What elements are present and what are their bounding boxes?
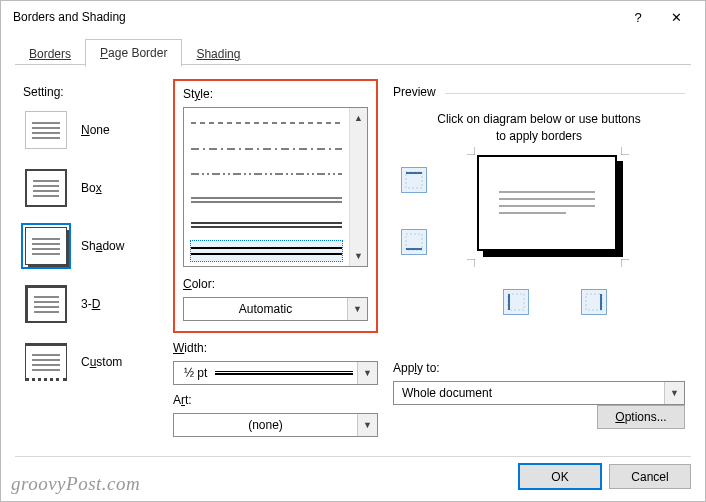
- corner-handle-icon: [621, 147, 629, 155]
- setting-none[interactable]: None: [23, 109, 163, 151]
- svg-rect-11: [406, 234, 422, 250]
- apply-to-value: Whole document: [394, 386, 664, 400]
- corner-handle-icon: [621, 259, 629, 267]
- border-right-button[interactable]: [581, 289, 607, 315]
- preview-diagram: [393, 151, 685, 321]
- color-label: Color:: [183, 277, 368, 291]
- style-option-double-thin[interactable]: [190, 189, 343, 211]
- setting-box-label: Box: [81, 181, 102, 195]
- setting-custom-label: Custom: [81, 355, 122, 369]
- art-value: (none): [174, 418, 357, 432]
- setting-3d[interactable]: 3-D: [23, 283, 163, 325]
- preview-heading: Preview: [393, 85, 685, 99]
- scroll-up-icon[interactable]: ▲: [350, 108, 367, 128]
- border-top-icon: [405, 171, 423, 189]
- border-bottom-icon: [405, 233, 423, 251]
- tab-label: Page Border: [100, 46, 167, 60]
- apply-to-label: Apply to:: [393, 361, 685, 375]
- style-option-double-thick[interactable]: [190, 240, 343, 262]
- border-left-icon: [507, 293, 525, 311]
- tab-page-border[interactable]: Page Border: [85, 39, 182, 67]
- width-label: Width:: [173, 341, 378, 355]
- tab-strip: Borders Page Border Shading: [15, 39, 691, 67]
- color-value: Automatic: [184, 302, 347, 316]
- preview-page[interactable]: [477, 155, 617, 251]
- setting-shadow[interactable]: Shadow: [23, 225, 163, 267]
- setting-custom[interactable]: Custom: [23, 341, 163, 383]
- window-title: Borders and Shading: [13, 10, 619, 24]
- width-value: ½ pt: [184, 366, 207, 380]
- ok-button[interactable]: OK: [519, 464, 601, 489]
- help-button[interactable]: ?: [619, 2, 657, 32]
- corner-handle-icon: [467, 147, 475, 155]
- svg-rect-15: [586, 294, 602, 310]
- style-scrollbar[interactable]: ▲ ▼: [349, 108, 367, 266]
- preview-hint: Click on diagram below or use buttons to…: [393, 111, 685, 145]
- watermark-text: groovyPost.com: [11, 473, 140, 495]
- style-items: [184, 108, 349, 266]
- style-column: Style: ▲ ▼ Col: [173, 79, 378, 437]
- dropdown-icon[interactable]: ▼: [357, 414, 377, 436]
- setting-none-label: None: [81, 123, 110, 137]
- setting-box-thumb: [25, 169, 67, 207]
- style-option-double-med[interactable]: [190, 214, 343, 236]
- setting-none-thumb: [25, 111, 67, 149]
- width-value-wrap: ½ pt: [174, 366, 357, 380]
- setting-custom-thumb: [25, 343, 67, 381]
- border-top-button[interactable]: [401, 167, 427, 193]
- setting-3d-label: 3-D: [81, 297, 100, 311]
- apply-to-combo[interactable]: Whole document ▼: [393, 381, 685, 405]
- options-label: Options...: [615, 410, 666, 424]
- dialog-borders-shading: Borders and Shading ? ✕ Borders Page Bor…: [0, 0, 706, 502]
- preview-divider: [445, 93, 685, 94]
- style-option-dashdotdot[interactable]: [190, 163, 343, 185]
- width-combo[interactable]: ½ pt ▼: [173, 361, 378, 385]
- svg-rect-9: [406, 172, 422, 188]
- color-combo[interactable]: Automatic ▼: [183, 297, 368, 321]
- border-left-button[interactable]: [503, 289, 529, 315]
- style-option-dashed[interactable]: [190, 112, 343, 134]
- preview-column: Preview Click on diagram below or use bu…: [393, 85, 685, 321]
- corner-handle-icon: [467, 259, 475, 267]
- dropdown-icon[interactable]: ▼: [664, 382, 684, 404]
- border-bottom-button[interactable]: [401, 229, 427, 255]
- svg-rect-13: [508, 294, 524, 310]
- border-right-icon: [585, 293, 603, 311]
- art-combo[interactable]: (none) ▼: [173, 413, 378, 437]
- close-button[interactable]: ✕: [657, 2, 695, 32]
- art-label: Art:: [173, 393, 378, 407]
- highlight-box: Style: ▲ ▼ Col: [173, 79, 378, 333]
- width-sample-icon: [215, 371, 353, 375]
- footer-buttons: OK Cancel: [519, 464, 691, 489]
- style-label: Style:: [183, 87, 368, 101]
- page-face: [477, 155, 617, 251]
- apply-to-section: Apply to: Whole document ▼ Options...: [393, 361, 685, 405]
- dropdown-icon[interactable]: ▼: [347, 298, 367, 320]
- setting-shadow-thumb: [25, 227, 67, 265]
- setting-column: Setting: None Box Shadow: [23, 85, 163, 399]
- setting-3d-thumb: [25, 285, 67, 323]
- cancel-button[interactable]: Cancel: [609, 464, 691, 489]
- dialog-body: Setting: None Box Shadow: [15, 65, 691, 453]
- style-listbox[interactable]: ▲ ▼: [183, 107, 368, 267]
- titlebar: Borders and Shading ? ✕: [1, 1, 705, 33]
- footer-divider: [15, 456, 691, 457]
- scroll-down-icon[interactable]: ▼: [350, 246, 367, 266]
- setting-shadow-label: Shadow: [81, 239, 124, 253]
- style-option-dashdot[interactable]: [190, 138, 343, 160]
- dropdown-icon[interactable]: ▼: [357, 362, 377, 384]
- options-button[interactable]: Options...: [597, 405, 685, 429]
- setting-heading: Setting:: [23, 85, 163, 99]
- setting-box[interactable]: Box: [23, 167, 163, 209]
